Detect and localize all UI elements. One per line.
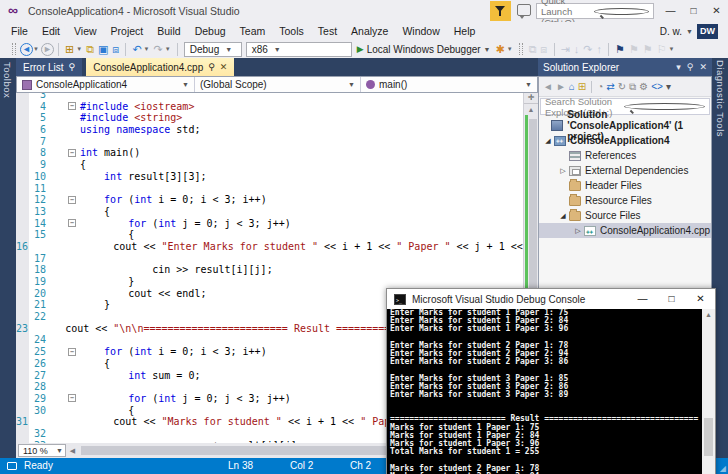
status-line-number[interactable]: Ln 38 [228,460,253,471]
show-next-statement-icon[interactable]: ⇥ [559,41,572,57]
close-tab-icon[interactable]: ✕ [220,62,228,72]
feedback-icon[interactable] [517,4,531,16]
navigate-backward-icon[interactable]: ◄ [20,43,33,56]
avatar[interactable]: DW [697,24,718,39]
minimize-button[interactable]: — [659,0,682,21]
step-over-icon[interactable]: ↷ [581,41,594,57]
step-into-icon[interactable]: ↓ [572,41,582,57]
save-icon[interactable]: ▣ [96,41,110,57]
undo-icon[interactable]: ↶ [130,41,143,57]
console-scrollbar[interactable]: ▲ ▼ [702,309,715,474]
expanded-arrow-icon[interactable]: ◢ [558,212,568,220]
add-item-icon[interactable]: ⧉ [84,41,96,57]
back-icon[interactable]: ◄ [542,81,554,92]
code-line[interactable]: 18 cin >> result[i][j]; [16,264,523,276]
menu-test[interactable]: Test [311,25,344,37]
fold-margin[interactable]: − [67,393,80,405]
fold-margin[interactable]: − [67,194,80,206]
switch-views-icon[interactable]: ⊞ [577,81,587,92]
console-minimize-button[interactable]: — [628,289,657,309]
scroll-left-icon[interactable]: ◀ [66,447,79,455]
code-line[interactable]: 11 [16,183,523,195]
code-line[interactable]: 3 [16,93,523,101]
code-line[interactable]: 4−#include <iostream> [16,101,523,113]
pin-icon[interactable]: ⚲ [687,62,694,72]
expanded-arrow-icon[interactable]: ◢ [543,137,553,145]
code-line[interactable]: 13 { [16,206,523,218]
notifications-flag-button[interactable] [490,1,511,21]
overflow-icon[interactable]: ▾ [665,81,672,92]
pin-icon[interactable]: ⚲ [208,62,215,72]
code-line[interactable]: 6using namespace std; [16,124,523,136]
debug-console-window[interactable]: Microsoft Visual Studio Debug Console — … [386,288,716,474]
sidebar-tab-toolbox[interactable]: Toolbox [2,62,13,98]
code-line[interactable]: 19 } [16,276,523,288]
restart-icon[interactable]: ⧈ [539,41,550,57]
tree-item-solution-consoleapplication4-1-project[interactable]: Solution 'ConsoleApplication4' (1 projec… [539,118,711,133]
project-dropdown[interactable]: ConsoleApplication4 ▼ [17,77,195,92]
new-project-icon[interactable]: ⊞ [63,41,76,57]
code-line[interactable]: 17 [16,253,523,265]
tree-item-external-dependencies[interactable]: ▷External Dependencies [539,163,711,178]
code-line[interactable]: 12− for (int i = 0; i < 3; i++) [16,194,523,206]
split-editor-handle[interactable]: ✛ [524,93,538,104]
close-icon[interactable]: ✕ [699,62,707,72]
menu-team[interactable]: Team [233,25,273,37]
attach-to-process-icon[interactable]: ✱ [494,41,507,57]
prev-bookmark-icon[interactable]: ⚑ [627,41,641,57]
sync-with-active-document-icon[interactable]: ⇄ [605,81,615,92]
console-maximize-button[interactable]: □ [657,289,686,309]
member-dropdown[interactable]: main() ▼ [361,77,537,92]
editor-zoom-dropdown[interactable]: 110 % ▼ [18,444,66,457]
break-all-icon[interactable]: ⧉ [527,41,539,57]
menu-project[interactable]: Project [104,25,151,37]
chevron-down-icon[interactable]: ▼ [33,46,41,52]
refresh-icon[interactable]: ↻ [617,81,627,92]
pending-changes-filter-icon[interactable]: ◔ [596,81,604,92]
collapsed-arrow-icon[interactable]: ▷ [573,227,583,235]
tree-item-consoleapplication4-cpp[interactable]: ▷ConsoleApplication4.cpp [539,223,711,238]
menu-edit[interactable]: Edit [35,25,67,37]
save-all-icon[interactable]: ⧈ [110,41,121,57]
menu-help[interactable]: Help [447,25,483,37]
solution-explorer-titlebar[interactable]: Solution Explorer ▾ ⚲ ✕ [538,58,712,76]
resize-grip-icon[interactable]: ◢ [720,464,726,473]
properties-icon[interactable]: ⚙ [638,81,649,92]
fold-margin[interactable]: − [67,218,80,230]
code-line[interactable]: 10 int result[3][3]; [16,171,523,183]
quick-launch-input[interactable]: Quick Launch (Ctrl+Q) [536,3,654,19]
code-line[interactable]: 5#include <string> [16,112,523,124]
scope-dropdown[interactable]: (Global Scope) ▼ [195,77,361,92]
status-character-number[interactable]: Ch 2 [350,460,371,471]
console-titlebar[interactable]: Microsoft Visual Studio Debug Console — … [387,289,715,309]
navigate-forward-icon[interactable]: ► [41,43,54,56]
chevron-down-icon[interactable]: ▼ [507,46,515,52]
chevron-down-icon[interactable]: ▼ [144,46,152,52]
code-line[interactable]: 14− for (int j = 0; j < 3; j++) [16,218,523,230]
chevron-down-icon[interactable]: ▼ [669,46,677,52]
start-debugging-button[interactable]: ▶Local Windows Debugger▼ [357,44,491,55]
next-bookmark-icon[interactable]: ⚑ [641,41,655,57]
close-button[interactable]: ✕ [705,0,728,21]
scroll-up-icon[interactable]: ▲ [702,309,715,320]
view-code-icon[interactable]: <> [650,81,664,92]
tree-item-source-files[interactable]: ◢Source Files [539,208,711,223]
fold-margin[interactable]: − [67,346,80,358]
status-column-number[interactable]: Col 2 [290,460,313,471]
menu-file[interactable]: File [4,25,35,37]
menu-view[interactable]: View [67,25,104,37]
toggle-bookmark-icon[interactable]: ⚑ [613,41,627,57]
toolbar-grip[interactable] [12,43,16,55]
step-out-icon[interactable]: ↑ [595,41,605,57]
sidebar-tab-diagnostic-tools[interactable]: Diagnostic Tools [715,60,726,137]
menu-analyze[interactable]: Analyze [344,25,395,37]
code-line[interactable]: 7 [16,136,523,148]
tab-error-list[interactable]: Error List ⚲ [16,58,82,76]
scrollbar-thumb[interactable] [704,418,713,456]
maximize-button[interactable]: □ [682,0,705,21]
code-line[interactable]: 16 cout << "Enter Marks for student " <<… [16,241,523,253]
chevron-down-icon[interactable]: ▼ [76,46,84,52]
show-all-files-icon[interactable]: ⧉ [628,81,637,93]
scroll-up-icon[interactable]: ▲ [524,104,538,115]
console-output[interactable]: Enter Marks for student 1 Paper 1: 75Ent… [387,309,702,474]
